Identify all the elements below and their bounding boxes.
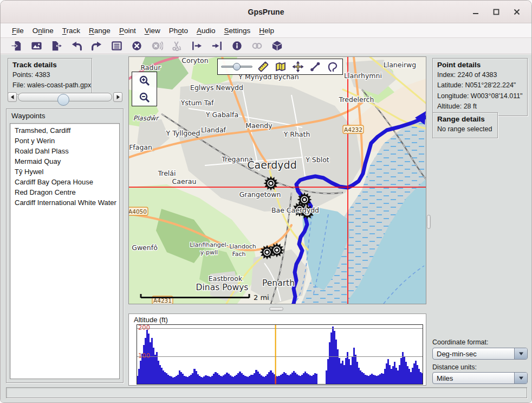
scroller-thumb[interactable]	[57, 94, 69, 106]
svg-text:A4232: A4232	[344, 126, 362, 133]
waypoint-item[interactable]: Pont y Werin	[10, 136, 119, 146]
distance-units-select[interactable]: Miles	[432, 372, 528, 384]
window-title: GpsPrune	[248, 8, 284, 16]
map-slider-thumb[interactable]	[233, 63, 241, 71]
waypoint-item[interactable]: Tŷ Hywel	[10, 167, 119, 177]
waypoint-item[interactable]: Roald Dahl Plass	[10, 146, 119, 156]
export-file-icon[interactable]	[50, 40, 63, 53]
map-label: Caerau	[172, 177, 197, 185]
menu-item-online[interactable]: Online	[28, 25, 58, 36]
map-label: Ystum Taf	[180, 99, 214, 107]
maximize-button[interactable]	[489, 5, 503, 19]
measure-ruler-icon[interactable]	[257, 60, 270, 74]
waypoint-item[interactable]: Cardiff International White Water	[10, 197, 119, 208]
svg-text:A4050: A4050	[129, 208, 147, 215]
menu-item-view[interactable]: View	[140, 25, 165, 36]
pan-mode-icon[interactable]	[291, 60, 304, 74]
map-label: Caerdydd	[247, 159, 297, 171]
map-label: Eastbrook	[209, 274, 243, 283]
show-map-icon[interactable]	[274, 60, 287, 74]
waypoints-box: Waypoints Tramshed, CardiffPont y WerinR…	[6, 108, 124, 383]
title-bar[interactable]: GpsPrune	[1, 1, 531, 23]
altitude-chart[interactable]: 100200	[137, 324, 423, 385]
scroller-right-arrow-icon[interactable]	[113, 92, 122, 102]
map-label: Y Gabalfa	[205, 111, 238, 119]
map-scale-label: 2 mi	[254, 293, 269, 302]
menu-item-photo[interactable]: Photo	[165, 25, 192, 36]
scroller-track[interactable]	[18, 93, 112, 101]
menu-item-range[interactable]: Range	[85, 25, 115, 36]
map-canvas[interactable]: RadurCorytonY Mynydd BychanEglwys Newydd…	[129, 57, 426, 304]
range-details-lines: No range selected	[437, 124, 492, 135]
range-details-title: Range details	[437, 115, 492, 123]
zoom-in-icon[interactable]	[138, 74, 152, 88]
scroller-left-arrow-icon[interactable]	[8, 92, 17, 102]
chevron-down-icon[interactable]	[514, 373, 527, 383]
map-label: Eglwys Newydd	[190, 84, 243, 92]
waypoint-item[interactable]: Cardiff Bay Opera House	[10, 177, 119, 187]
map-label: Y Sblot	[305, 156, 329, 164]
menu-item-settings[interactable]: Settings	[220, 25, 255, 36]
coordinate-format-select[interactable]: Deg-min-sec	[432, 348, 528, 360]
chevron-down-icon[interactable]	[514, 348, 527, 359]
map-label: Trelái	[158, 169, 176, 177]
draw-shape-icon[interactable]	[326, 60, 339, 74]
menu-item-track[interactable]: Track	[58, 25, 85, 36]
map-label: Plasdŵr	[133, 114, 160, 122]
sew-to-end-icon[interactable]	[210, 40, 223, 53]
delete-point-icon[interactable]	[130, 40, 143, 53]
detail-line: Index: 2240 of 4383	[437, 70, 523, 80]
map-label: Fach	[232, 251, 245, 258]
map-toolbar	[217, 59, 343, 75]
coordinate-format-value: Deg-min-sec	[433, 350, 514, 358]
map-label: Llandaf	[201, 126, 226, 134]
undo-icon[interactable]	[70, 40, 83, 53]
waypoint-item[interactable]: Mermaid Quay	[10, 156, 119, 167]
track-details-box: Track details Points: 4383 File: wales-c…	[8, 58, 92, 95]
menu-item-help[interactable]: Help	[255, 25, 278, 36]
range-details-box: Range details No range selected	[432, 112, 498, 138]
edit-point-icon[interactable]	[110, 40, 123, 53]
waypoint-item[interactable]: Red Dragon Centre	[10, 187, 119, 197]
detail-line: Longitude: W003°08'14.011"	[437, 91, 523, 101]
map-label: Llandoch	[229, 243, 256, 250]
connect-photo-icon	[250, 40, 263, 53]
map-label: Y Tyllgoed	[166, 129, 200, 137]
menu-item-point[interactable]: Point	[115, 25, 140, 36]
map-label: Y Rhath	[283, 130, 310, 138]
vertical-splitter[interactable]	[426, 56, 431, 386]
horizontal-splitter[interactable]	[128, 304, 426, 314]
waypoints-title: Waypoints	[11, 112, 120, 120]
connect-points-icon[interactable]	[309, 60, 322, 74]
menu-item-file[interactable]: File	[8, 25, 28, 36]
add-photo-icon[interactable]	[30, 40, 43, 53]
map-label: Grangetown	[239, 190, 281, 199]
map-label: Llanfihangel-	[190, 241, 228, 248]
map-opacity-slider[interactable]	[221, 63, 252, 71]
horizontal-splitter-grip[interactable]	[269, 307, 283, 311]
map-view[interactable]: RadurCorytonY Mynydd BychanEglwys Newydd…	[128, 56, 426, 304]
point-scroller[interactable]	[8, 91, 122, 103]
close-button[interactable]	[510, 5, 524, 19]
three-d-view-icon[interactable]	[270, 40, 283, 53]
distance-units-label: Distance units:	[432, 363, 477, 371]
import-file-icon[interactable]	[10, 40, 23, 53]
map-label: ain Ffagan	[129, 143, 152, 151]
minimize-button[interactable]	[469, 5, 483, 19]
zoom-out-icon[interactable]	[138, 91, 152, 105]
sew-to-start-icon[interactable]	[190, 40, 203, 53]
altitude-chart-panel[interactable]: Altitude (ft) 100200	[128, 314, 426, 386]
detail-line: Altitude: 28 ft	[437, 101, 523, 112]
detail-line: No range selected	[437, 124, 492, 135]
map-label: Coryton	[181, 57, 208, 65]
vertical-splitter-grip[interactable]	[427, 215, 431, 229]
main-content: Track details Points: 4383 File: wales-c…	[1, 55, 531, 402]
track-points-count: Points: 4383	[12, 70, 87, 80]
menu-item-audio[interactable]: Audio	[192, 25, 220, 36]
waypoint-item[interactable]: Tramshed, Cardiff	[10, 125, 119, 136]
waypoint-list[interactable]: Tramshed, CardiffPont y WerinRoald Dahl …	[10, 123, 120, 379]
map-label: y-pwll	[200, 249, 218, 256]
road-shield: A4050	[129, 207, 148, 215]
show-info-icon[interactable]	[230, 40, 243, 53]
redo-icon[interactable]	[90, 40, 103, 53]
